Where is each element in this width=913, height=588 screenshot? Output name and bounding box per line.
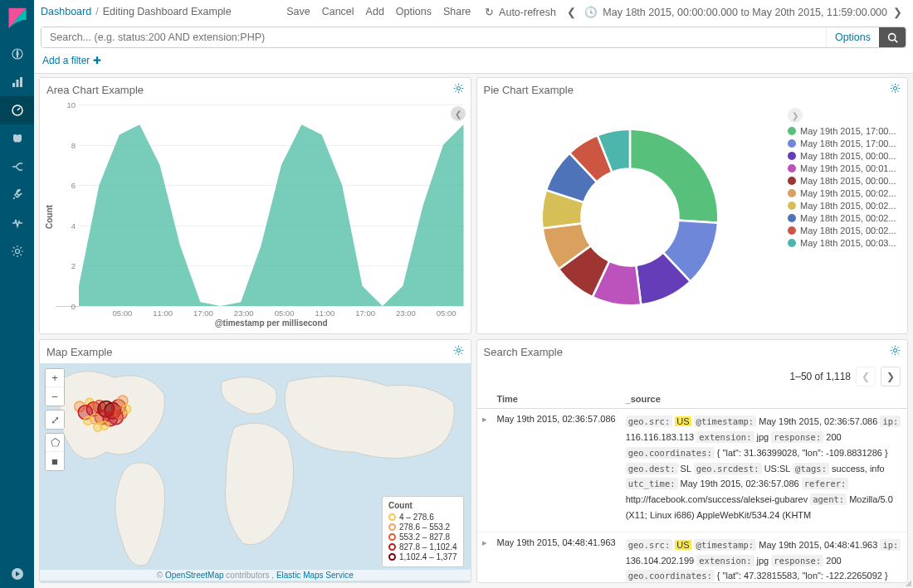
legend-swatch [788, 152, 796, 160]
devtools-icon[interactable] [0, 181, 34, 209]
donut-chart [526, 114, 734, 321]
kv-key: geo.src: [626, 539, 673, 551]
kv-value: { "lat": 31.36399028, "lon": -109.883128… [717, 448, 888, 458]
discover-icon[interactable] [0, 40, 34, 68]
map-point[interactable] [84, 416, 92, 425]
map-point[interactable] [123, 405, 131, 413]
kv-key: extension: [696, 431, 754, 443]
panel-gear-button[interactable] [453, 345, 464, 358]
breadcrumb-current: Editing Dashboard Example [103, 6, 232, 17]
panel-gear-button[interactable] [453, 83, 464, 96]
area-xtick: 23:00 [396, 309, 416, 318]
add-button[interactable]: Add [366, 6, 384, 17]
legend-item[interactable]: May 18th 2015, 00:00... [788, 151, 902, 161]
breadcrumb-root[interactable]: Dashboard [41, 6, 91, 17]
pager-status: 1–50 of 1,118 [790, 371, 851, 382]
legend-item[interactable]: May 19th 2015, 00:01... [788, 163, 902, 173]
search-input[interactable] [42, 27, 826, 47]
legend-item[interactable]: May 18th 2015, 00:00... [788, 176, 902, 186]
legend-item[interactable]: May 19th 2015, 00:02... [788, 188, 902, 198]
collapse-icon[interactable] [0, 560, 34, 588]
map-point[interactable] [94, 423, 102, 431]
draw-rect-button[interactable]: ■ [46, 452, 64, 470]
panel-title: Area Chart Example [46, 84, 453, 96]
kv-value: 200 [826, 432, 841, 442]
breadcrumb-separator: / [95, 6, 98, 17]
legend-swatch [788, 164, 796, 173]
kv-key: geo.dest: [626, 463, 678, 474]
area-xtick: 11:00 [153, 309, 173, 318]
timerange-picker[interactable]: 🕓 May 18th 2015, 00:00:00.000 to May 20t… [582, 6, 887, 18]
gear-icon [453, 345, 464, 356]
area-ytick: 4 [56, 221, 76, 230]
map-attribution: © OpenStreetMap contributors , Elastic M… [40, 570, 471, 581]
area-ytick: 2 [56, 261, 76, 270]
management-icon[interactable] [0, 237, 34, 265]
kv-value: US [675, 416, 691, 426]
map-legend: Count 4 – 278.6278.6 – 553.2553.2 – 827.… [382, 496, 464, 567]
search-submit-button[interactable] [879, 27, 906, 47]
zoom-out-button[interactable]: − [46, 387, 64, 406]
donut-slice[interactable] [630, 129, 718, 223]
svg-rect-3 [20, 77, 22, 87]
share-button[interactable]: Share [443, 6, 471, 17]
legend-item[interactable]: May 18th 2015, 00:02... [788, 213, 902, 223]
dashboard-icon[interactable] [0, 96, 34, 124]
zoom-in-button[interactable]: + [46, 369, 64, 387]
area-xtick: 23:00 [234, 309, 254, 318]
search-options-button[interactable]: Options [826, 27, 879, 47]
time-prev-button[interactable]: ❮ [564, 6, 579, 18]
svg-rect-1 [12, 83, 15, 87]
chevron-left-icon: ❮ [567, 6, 576, 18]
panel-resize-handle[interactable] [904, 579, 908, 583]
map-legend-item[interactable]: 553.2 – 827.8 [388, 532, 457, 542]
legend-item[interactable]: May 18th 2015, 00:02... [788, 201, 902, 211]
area-ytick: 6 [56, 181, 76, 190]
svg-point-9 [893, 86, 896, 90]
col-time[interactable]: Time [492, 390, 621, 409]
kv-value: 116.116.183.113 [626, 432, 695, 442]
autorefresh-button[interactable]: ↻ Auto-refresh [482, 6, 556, 18]
cancel-button[interactable]: Cancel [322, 6, 354, 17]
gear-icon [453, 83, 464, 94]
panel-title: Map Example [46, 346, 453, 358]
save-button[interactable]: Save [286, 6, 310, 17]
kv-value: success, info [832, 464, 885, 474]
panel-gear-button[interactable] [890, 83, 901, 96]
search-panel: Search Example 1–50 of 1,118 ❮ ❯ [476, 339, 909, 583]
expand-row-button[interactable]: ▸ [477, 409, 492, 532]
map-legend-item[interactable]: 4 – 278.6 [388, 513, 457, 522]
map-legend-item[interactable]: 1,102.4 – 1,377 [388, 552, 457, 561]
map-legend-item[interactable]: 827.8 – 1,102.4 [388, 542, 457, 552]
panel-gear-button[interactable] [890, 345, 901, 358]
visualize-icon[interactable] [0, 68, 34, 96]
col-source[interactable]: _source [621, 390, 907, 409]
legend-more-button[interactable]: ❯ [788, 108, 803, 123]
fit-bounds-button[interactable]: ⤢ [46, 411, 64, 429]
chevron-right-icon: ❯ [893, 6, 902, 18]
osm-link[interactable]: OpenStreetMap [165, 571, 224, 580]
add-filter-button[interactable]: Add a filter ✚ [42, 55, 101, 66]
timelion-icon[interactable] [0, 124, 34, 153]
options-button[interactable]: Options [396, 6, 432, 17]
page-next-button[interactable]: ❯ [881, 367, 901, 386]
map-legend-item[interactable]: 278.6 – 553.2 [388, 522, 457, 532]
page-prev-button[interactable]: ❮ [856, 367, 876, 386]
kv-value: May 19th 2015, 04:48:41.963 [759, 540, 877, 550]
svg-point-12 [893, 348, 896, 352]
expand-row-button[interactable]: ▸ [477, 532, 492, 582]
canvas-icon[interactable] [0, 153, 34, 181]
legend-item[interactable]: May 18th 2015, 00:02... [788, 226, 902, 236]
legend-label: May 18th 2015, 00:02... [800, 213, 896, 223]
legend-item[interactable]: May 19th 2015, 17:00... [788, 126, 902, 136]
draw-polygon-button[interactable]: ⬠ [46, 434, 64, 452]
side-navigation [0, 0, 34, 588]
svg-point-5 [15, 250, 19, 254]
kv-value: May 19th 2015, 02:36:57.086 [759, 416, 877, 426]
legend-label: May 18th 2015, 17:00... [800, 138, 896, 148]
legend-item[interactable]: May 18th 2015, 00:03... [788, 238, 902, 248]
ems-link[interactable]: Elastic Maps Service [276, 571, 354, 580]
legend-item[interactable]: May 18th 2015, 17:00... [788, 138, 902, 148]
time-next-button[interactable]: ❯ [891, 6, 905, 18]
monitoring-icon[interactable] [0, 209, 34, 237]
